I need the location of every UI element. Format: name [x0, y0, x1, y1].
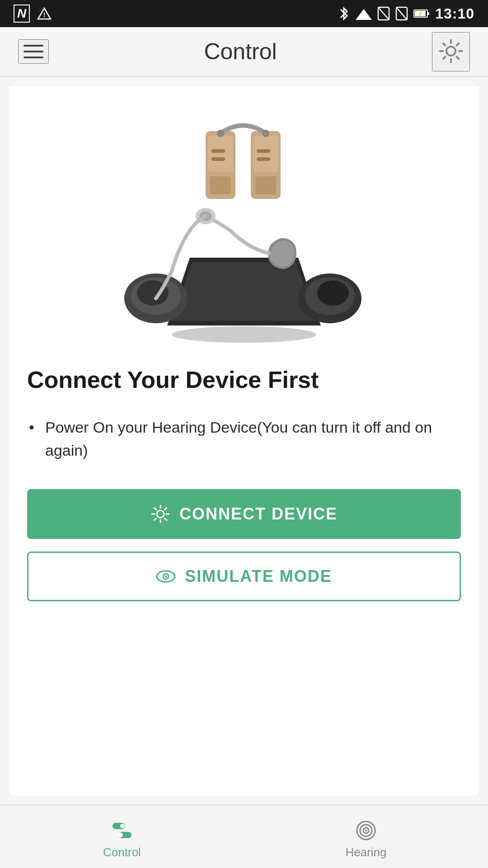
- svg-line-16: [443, 42, 446, 46]
- svg-text:!: !: [43, 11, 46, 19]
- nav-label-control: Control: [103, 845, 141, 859]
- svg-point-58: [118, 833, 123, 837]
- device-image-container: [27, 104, 461, 348]
- no-sim-2-icon: [395, 6, 408, 21]
- n-logo-icon: N: [14, 5, 30, 23]
- svg-text:⚡: ⚡: [418, 11, 423, 17]
- no-sim-1-icon: [377, 6, 390, 21]
- nav-label-hearing: Hearing: [345, 845, 386, 859]
- svg-rect-25: [210, 176, 231, 194]
- hearing-device-illustration: [113, 108, 375, 344]
- status-bar-left: N !: [14, 5, 52, 23]
- instruction-text-1: Power On your Hearing Device(You can tur…: [45, 419, 432, 459]
- svg-point-43: [157, 510, 164, 518]
- svg-point-42: [317, 280, 349, 306]
- nav-item-control[interactable]: Control: [0, 806, 244, 868]
- content-card: Connect Your Device First Power On your …: [9, 86, 479, 796]
- svg-point-34: [262, 130, 269, 137]
- warning-icon: !: [37, 6, 52, 21]
- toggle-icon: [111, 819, 133, 842]
- svg-line-50: [164, 508, 167, 510]
- simulate-mode-button[interactable]: SIMULATE MODE: [27, 552, 461, 601]
- simulate-eye-icon: [156, 566, 176, 586]
- svg-point-20: [172, 326, 316, 343]
- svg-line-48: [154, 508, 156, 510]
- svg-rect-32: [257, 157, 270, 161]
- svg-marker-22: [172, 262, 316, 321]
- svg-rect-29: [253, 136, 278, 172]
- svg-point-62: [365, 830, 367, 831]
- app-bar: Control: [0, 27, 488, 77]
- status-bar: N ! ⚡ 13:10: [0, 0, 488, 27]
- main-content: Connect Your Device First Power On your …: [0, 77, 488, 805]
- battery-icon: ⚡: [413, 8, 430, 19]
- menu-line-3: [23, 57, 43, 58]
- menu-line-1: [23, 45, 43, 47]
- connect-device-label: CONNECT DEVICE: [179, 505, 338, 524]
- svg-point-33: [217, 130, 224, 137]
- svg-rect-24: [208, 136, 233, 172]
- svg-rect-26: [211, 149, 225, 153]
- status-bar-right: ⚡ 13:10: [338, 5, 474, 22]
- signal-icon: [356, 7, 372, 20]
- svg-point-11: [446, 47, 455, 56]
- settings-button[interactable]: [432, 32, 470, 71]
- svg-marker-2: [356, 9, 372, 20]
- connect-gear-icon: [150, 504, 170, 524]
- page-title: Control: [204, 38, 277, 65]
- svg-line-19: [443, 56, 446, 59]
- svg-line-49: [164, 518, 167, 521]
- instruction-item-1: Power On your Hearing Device(You can tur…: [27, 416, 461, 462]
- status-time: 13:10: [435, 5, 474, 22]
- svg-rect-30: [255, 176, 276, 194]
- connect-device-button[interactable]: CONNECT DEVICE: [27, 489, 461, 539]
- nav-item-hearing[interactable]: Hearing: [244, 806, 488, 868]
- svg-line-6: [396, 7, 407, 20]
- menu-line-2: [23, 51, 43, 52]
- connect-title: Connect Your Device First: [27, 366, 461, 393]
- simulate-mode-label: SIMULATE MODE: [185, 567, 332, 586]
- svg-line-4: [378, 7, 389, 20]
- svg-line-17: [456, 56, 460, 59]
- svg-rect-31: [257, 149, 270, 153]
- svg-rect-9: [427, 12, 429, 15]
- svg-line-18: [456, 42, 460, 46]
- settings-icon: [437, 38, 465, 65]
- instructions-list: Power On your Hearing Device(You can tur…: [27, 416, 461, 462]
- bluetooth-icon: [338, 5, 350, 22]
- svg-point-54: [165, 576, 167, 578]
- svg-point-56: [120, 824, 125, 828]
- bottom-nav: Control Hearing: [0, 805, 488, 868]
- svg-rect-27: [211, 157, 225, 161]
- menu-button[interactable]: [18, 39, 49, 64]
- hearing-icon: [355, 819, 377, 842]
- svg-line-51: [154, 518, 156, 521]
